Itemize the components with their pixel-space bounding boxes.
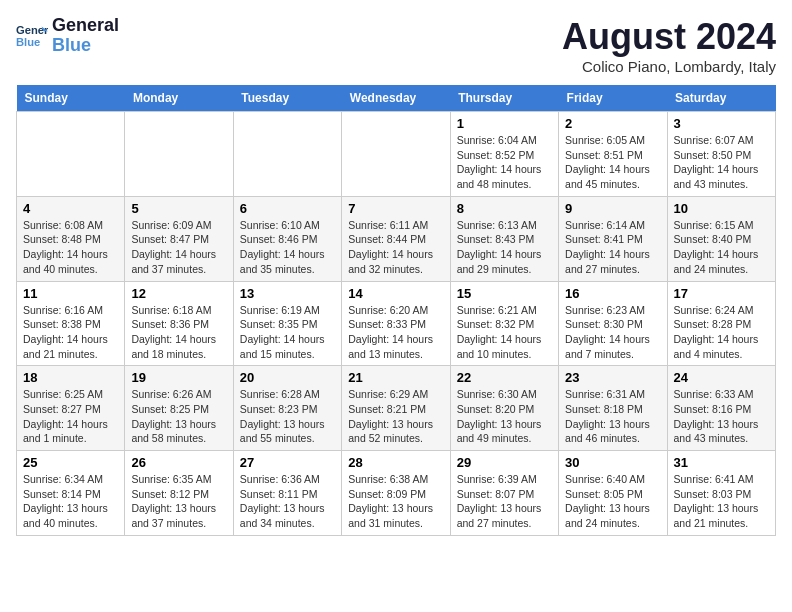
- day-info: Sunrise: 6:40 AM Sunset: 8:05 PM Dayligh…: [565, 472, 660, 531]
- calendar-day-cell: 25Sunrise: 6:34 AM Sunset: 8:14 PM Dayli…: [17, 451, 125, 536]
- calendar-day-cell: 7Sunrise: 6:11 AM Sunset: 8:44 PM Daylig…: [342, 196, 450, 281]
- calendar-day-cell: 21Sunrise: 6:29 AM Sunset: 8:21 PM Dayli…: [342, 366, 450, 451]
- calendar-day-cell: 18Sunrise: 6:25 AM Sunset: 8:27 PM Dayli…: [17, 366, 125, 451]
- empty-cell: [17, 112, 125, 197]
- day-info: Sunrise: 6:20 AM Sunset: 8:33 PM Dayligh…: [348, 303, 443, 362]
- day-number: 8: [457, 201, 552, 216]
- calendar-day-cell: 28Sunrise: 6:38 AM Sunset: 8:09 PM Dayli…: [342, 451, 450, 536]
- day-number: 17: [674, 286, 769, 301]
- calendar-day-cell: 11Sunrise: 6:16 AM Sunset: 8:38 PM Dayli…: [17, 281, 125, 366]
- calendar-week-row: 18Sunrise: 6:25 AM Sunset: 8:27 PM Dayli…: [17, 366, 776, 451]
- calendar-day-cell: 24Sunrise: 6:33 AM Sunset: 8:16 PM Dayli…: [667, 366, 775, 451]
- logo-text: General Blue: [52, 16, 119, 56]
- day-info: Sunrise: 6:19 AM Sunset: 8:35 PM Dayligh…: [240, 303, 335, 362]
- weekday-header-tuesday: Tuesday: [233, 85, 341, 112]
- day-number: 6: [240, 201, 335, 216]
- day-number: 14: [348, 286, 443, 301]
- calendar-day-cell: 8Sunrise: 6:13 AM Sunset: 8:43 PM Daylig…: [450, 196, 558, 281]
- weekday-header-wednesday: Wednesday: [342, 85, 450, 112]
- calendar-day-cell: 23Sunrise: 6:31 AM Sunset: 8:18 PM Dayli…: [559, 366, 667, 451]
- page-header: General Blue General Blue August 2024 Co…: [16, 16, 776, 75]
- weekday-header-saturday: Saturday: [667, 85, 775, 112]
- day-info: Sunrise: 6:07 AM Sunset: 8:50 PM Dayligh…: [674, 133, 769, 192]
- day-info: Sunrise: 6:09 AM Sunset: 8:47 PM Dayligh…: [131, 218, 226, 277]
- day-number: 15: [457, 286, 552, 301]
- calendar-day-cell: 6Sunrise: 6:10 AM Sunset: 8:46 PM Daylig…: [233, 196, 341, 281]
- calendar-day-cell: 2Sunrise: 6:05 AM Sunset: 8:51 PM Daylig…: [559, 112, 667, 197]
- weekday-header-sunday: Sunday: [17, 85, 125, 112]
- day-info: Sunrise: 6:10 AM Sunset: 8:46 PM Dayligh…: [240, 218, 335, 277]
- day-number: 24: [674, 370, 769, 385]
- day-number: 13: [240, 286, 335, 301]
- svg-text:Blue: Blue: [16, 35, 40, 47]
- day-info: Sunrise: 6:11 AM Sunset: 8:44 PM Dayligh…: [348, 218, 443, 277]
- day-number: 22: [457, 370, 552, 385]
- day-number: 30: [565, 455, 660, 470]
- day-number: 12: [131, 286, 226, 301]
- weekday-header-thursday: Thursday: [450, 85, 558, 112]
- calendar-day-cell: 17Sunrise: 6:24 AM Sunset: 8:28 PM Dayli…: [667, 281, 775, 366]
- day-number: 23: [565, 370, 660, 385]
- day-number: 16: [565, 286, 660, 301]
- empty-cell: [342, 112, 450, 197]
- day-info: Sunrise: 6:29 AM Sunset: 8:21 PM Dayligh…: [348, 387, 443, 446]
- calendar-day-cell: 16Sunrise: 6:23 AM Sunset: 8:30 PM Dayli…: [559, 281, 667, 366]
- day-info: Sunrise: 6:23 AM Sunset: 8:30 PM Dayligh…: [565, 303, 660, 362]
- calendar-week-row: 1Sunrise: 6:04 AM Sunset: 8:52 PM Daylig…: [17, 112, 776, 197]
- calendar-day-cell: 13Sunrise: 6:19 AM Sunset: 8:35 PM Dayli…: [233, 281, 341, 366]
- calendar-day-cell: 22Sunrise: 6:30 AM Sunset: 8:20 PM Dayli…: [450, 366, 558, 451]
- day-number: 28: [348, 455, 443, 470]
- calendar-day-cell: 12Sunrise: 6:18 AM Sunset: 8:36 PM Dayli…: [125, 281, 233, 366]
- calendar-week-row: 25Sunrise: 6:34 AM Sunset: 8:14 PM Dayli…: [17, 451, 776, 536]
- day-info: Sunrise: 6:41 AM Sunset: 8:03 PM Dayligh…: [674, 472, 769, 531]
- day-number: 11: [23, 286, 118, 301]
- day-info: Sunrise: 6:13 AM Sunset: 8:43 PM Dayligh…: [457, 218, 552, 277]
- day-info: Sunrise: 6:25 AM Sunset: 8:27 PM Dayligh…: [23, 387, 118, 446]
- calendar-day-cell: 15Sunrise: 6:21 AM Sunset: 8:32 PM Dayli…: [450, 281, 558, 366]
- day-number: 5: [131, 201, 226, 216]
- day-info: Sunrise: 6:39 AM Sunset: 8:07 PM Dayligh…: [457, 472, 552, 531]
- day-info: Sunrise: 6:18 AM Sunset: 8:36 PM Dayligh…: [131, 303, 226, 362]
- day-number: 31: [674, 455, 769, 470]
- day-info: Sunrise: 6:16 AM Sunset: 8:38 PM Dayligh…: [23, 303, 118, 362]
- weekday-header-friday: Friday: [559, 85, 667, 112]
- calendar-day-cell: 1Sunrise: 6:04 AM Sunset: 8:52 PM Daylig…: [450, 112, 558, 197]
- calendar-week-row: 4Sunrise: 6:08 AM Sunset: 8:48 PM Daylig…: [17, 196, 776, 281]
- empty-cell: [233, 112, 341, 197]
- day-info: Sunrise: 6:05 AM Sunset: 8:51 PM Dayligh…: [565, 133, 660, 192]
- calendar-day-cell: 19Sunrise: 6:26 AM Sunset: 8:25 PM Dayli…: [125, 366, 233, 451]
- day-number: 29: [457, 455, 552, 470]
- day-info: Sunrise: 6:28 AM Sunset: 8:23 PM Dayligh…: [240, 387, 335, 446]
- day-info: Sunrise: 6:14 AM Sunset: 8:41 PM Dayligh…: [565, 218, 660, 277]
- calendar-day-cell: 26Sunrise: 6:35 AM Sunset: 8:12 PM Dayli…: [125, 451, 233, 536]
- day-info: Sunrise: 6:33 AM Sunset: 8:16 PM Dayligh…: [674, 387, 769, 446]
- day-number: 19: [131, 370, 226, 385]
- calendar-day-cell: 3Sunrise: 6:07 AM Sunset: 8:50 PM Daylig…: [667, 112, 775, 197]
- day-info: Sunrise: 6:36 AM Sunset: 8:11 PM Dayligh…: [240, 472, 335, 531]
- calendar-week-row: 11Sunrise: 6:16 AM Sunset: 8:38 PM Dayli…: [17, 281, 776, 366]
- day-number: 2: [565, 116, 660, 131]
- location-subtitle: Colico Piano, Lombardy, Italy: [562, 58, 776, 75]
- calendar-day-cell: 31Sunrise: 6:41 AM Sunset: 8:03 PM Dayli…: [667, 451, 775, 536]
- calendar-day-cell: 29Sunrise: 6:39 AM Sunset: 8:07 PM Dayli…: [450, 451, 558, 536]
- weekday-header-row: SundayMondayTuesdayWednesdayThursdayFrid…: [17, 85, 776, 112]
- day-number: 7: [348, 201, 443, 216]
- day-info: Sunrise: 6:26 AM Sunset: 8:25 PM Dayligh…: [131, 387, 226, 446]
- logo-icon: General Blue: [16, 20, 48, 52]
- day-number: 3: [674, 116, 769, 131]
- day-number: 20: [240, 370, 335, 385]
- day-info: Sunrise: 6:24 AM Sunset: 8:28 PM Dayligh…: [674, 303, 769, 362]
- day-info: Sunrise: 6:15 AM Sunset: 8:40 PM Dayligh…: [674, 218, 769, 277]
- day-number: 26: [131, 455, 226, 470]
- month-title: August 2024: [562, 16, 776, 58]
- day-info: Sunrise: 6:21 AM Sunset: 8:32 PM Dayligh…: [457, 303, 552, 362]
- day-info: Sunrise: 6:38 AM Sunset: 8:09 PM Dayligh…: [348, 472, 443, 531]
- calendar-day-cell: 9Sunrise: 6:14 AM Sunset: 8:41 PM Daylig…: [559, 196, 667, 281]
- day-number: 1: [457, 116, 552, 131]
- day-number: 4: [23, 201, 118, 216]
- title-block: August 2024 Colico Piano, Lombardy, Ital…: [562, 16, 776, 75]
- calendar-day-cell: 5Sunrise: 6:09 AM Sunset: 8:47 PM Daylig…: [125, 196, 233, 281]
- weekday-header-monday: Monday: [125, 85, 233, 112]
- day-info: Sunrise: 6:30 AM Sunset: 8:20 PM Dayligh…: [457, 387, 552, 446]
- empty-cell: [125, 112, 233, 197]
